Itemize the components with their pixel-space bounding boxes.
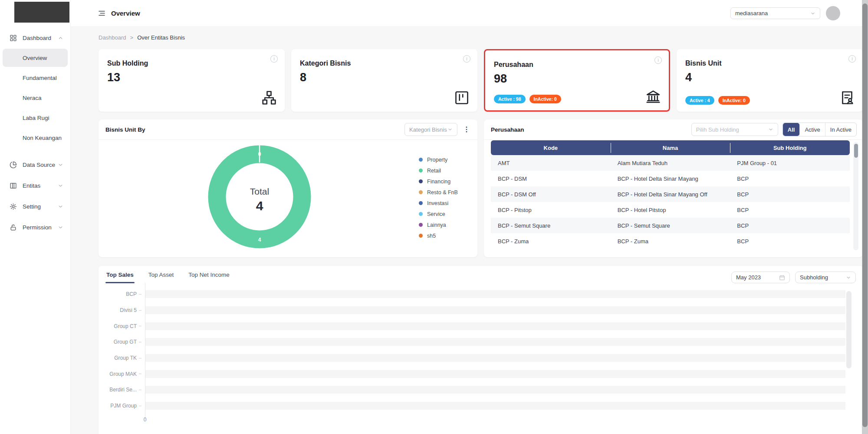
filter-active-button[interactable]: Active: [799, 123, 825, 136]
bar-track: [145, 338, 845, 346]
donut-chart: 0 4 Total 4: [203, 140, 316, 253]
page-title: Overview: [111, 10, 140, 17]
sidebar-item-data-source[interactable]: Data Source: [0, 156, 70, 173]
axis-tick: [137, 374, 145, 374]
chevron-down-icon: [810, 11, 815, 16]
sidebar-item-laba-rugi[interactable]: Laba Rugi: [3, 109, 68, 127]
donut-legend: PropertyRetailFinancingResto & FnBInvest…: [419, 154, 458, 241]
bar-track: [145, 386, 845, 394]
table-scrollbar[interactable]: [853, 142, 858, 250]
axis-tick: [137, 406, 145, 406]
donut-top-value-label: 0: [258, 151, 261, 157]
month-picker[interactable]: May 2023: [731, 272, 790, 283]
bisnis-unit-by-title: Bisnis Unit By: [105, 126, 145, 133]
page-scrollbar[interactable]: [862, 0, 868, 434]
legend-item-property[interactable]: Property: [419, 154, 458, 165]
table-row[interactable]: AMTAlam Mutiara TeduhPJM Group - 01: [491, 155, 850, 171]
stat-card-value: 13: [107, 71, 276, 84]
sidebar-item-label: Entitas: [23, 182, 40, 189]
table-row[interactable]: BCP - Semut SquareBCP - Semut SquareBCP: [491, 218, 850, 233]
perusahaan-table: KodeNamaSub Holding AMTAlam Mutiara Tedu…: [491, 140, 850, 249]
kebab-menu-icon[interactable]: ⋮: [462, 126, 471, 133]
org-select-value: mediasarana: [735, 10, 768, 17]
legend-item-retail[interactable]: Retail: [419, 165, 458, 176]
filter-all-button[interactable]: All: [783, 123, 800, 136]
legend-item-lainnya[interactable]: Lainnya: [419, 219, 458, 230]
donut-ring-segment[interactable]: [217, 154, 302, 239]
chevron-down-icon: [768, 127, 773, 132]
logo: [14, 2, 69, 23]
stat-card-value: 98: [494, 72, 660, 86]
sidebar-item-non-keuangan[interactable]: Non Keuangan: [3, 129, 68, 147]
subholding-select[interactable]: Subholding: [795, 272, 856, 283]
sidebar-item-label: Setting: [23, 203, 41, 210]
table-row[interactable]: BCP - DSM OffBCP - Hotel Delta Sinar May…: [491, 186, 850, 202]
pilih-sub-holding-select[interactable]: Pilih Sub Holding: [691, 123, 778, 136]
axis-tick: [137, 342, 145, 342]
perusahaan-title: Perusahaan: [491, 126, 524, 133]
tab-top-sales[interactable]: Top Sales: [106, 272, 134, 283]
legend-item-sh5[interactable]: sh5: [419, 230, 458, 241]
chevron-down-icon: [58, 162, 63, 168]
info-icon[interactable]: i: [463, 55, 470, 63]
stat-card-title: Kategori Bisnis: [300, 60, 469, 67]
table-cell: BCP: [730, 176, 850, 182]
stat-card-title: Sub Holding: [107, 60, 276, 67]
sidebar-item-overview[interactable]: Overview: [3, 49, 68, 67]
axis-tick: [137, 310, 145, 311]
kanban-icon: [454, 90, 470, 106]
chart-scrollbar[interactable]: [846, 291, 852, 368]
breadcrumb-current: Over Entitas Bisnis: [137, 34, 185, 41]
breadcrumb-parent[interactable]: Dashboard: [99, 34, 126, 41]
legend-dot: [419, 169, 423, 172]
stat-card-perusahaan[interactable]: Perusahaan98iActive : 98InActive: 0: [484, 49, 670, 112]
legend-item-investasi[interactable]: Investasi: [419, 198, 458, 209]
chevron-down-icon: [58, 183, 63, 189]
gear-icon: [10, 203, 17, 210]
top-metrics-card: Top SalesTop AssetTop Net Income May 202…: [99, 266, 863, 434]
org-select[interactable]: mediasarana: [730, 7, 820, 19]
legend-dot: [419, 223, 423, 227]
table-scrollbar-thumb[interactable]: [854, 144, 858, 158]
info-icon[interactable]: i: [270, 55, 278, 63]
perusahaan-header: Perusahaan Pilih Sub Holding AllActiveIn…: [484, 119, 863, 140]
sidebar-item-dashboard[interactable]: Dashboard: [0, 30, 70, 46]
table-row[interactable]: BCP - PitstopBCP - Hotel PitstopBCP: [491, 202, 850, 218]
sidebar-item-setting[interactable]: Setting: [0, 198, 70, 215]
legend-item-resto-fnb[interactable]: Resto & FnB: [419, 187, 458, 198]
bank-icon: [645, 89, 661, 104]
table-cell: BCP - Hotel Pitstop: [611, 207, 730, 213]
bar-category-label: Group CT: [106, 323, 137, 329]
bar-track: [145, 290, 845, 298]
info-icon[interactable]: i: [848, 55, 856, 63]
sidebar-item-neraca[interactable]: Neraca: [3, 89, 68, 107]
kategori-bisnis-select[interactable]: Kategori Bisnis: [404, 123, 457, 136]
bar-category-label: Berdiri Se...: [106, 387, 137, 393]
top-sales-bar-chart: BCPDivisi 5Group CTGroup GTGroup TKGroup…: [106, 286, 845, 414]
table-cell: BCP - Hotel Delta Sinar Mayang: [611, 176, 730, 182]
table-cell: BCP - Zuma: [611, 238, 730, 245]
sidebar-item-fundamental[interactable]: Fundamental: [3, 69, 68, 87]
table-row[interactable]: BCP - ZumaBCP - ZumaBCP: [491, 233, 850, 249]
menu-toggle-icon[interactable]: [98, 9, 106, 17]
page-scrollbar-thumb[interactable]: [862, 3, 868, 427]
info-icon[interactable]: i: [654, 56, 662, 64]
tab-top-net-income[interactable]: Top Net Income: [188, 272, 230, 283]
bar-row-group-gt: Group GT: [106, 334, 845, 350]
stat-card-kategori-bisnis[interactable]: Kategori Bisnis8i: [291, 49, 477, 112]
table-cell: BCP: [730, 222, 850, 229]
tab-top-asset[interactable]: Top Asset: [148, 272, 174, 283]
stat-card-bisnis-unit[interactable]: Bisnis Unit4iActive : 4InActive: 0: [677, 49, 863, 112]
table-column-header-nama: Nama: [611, 145, 730, 151]
bar-category-label: Group GT: [106, 339, 137, 345]
dashboard-page: DashboardOverviewFundamentalNeracaLaba R…: [0, 0, 868, 434]
document-user-icon: [839, 90, 855, 106]
filter-in-active-button[interactable]: In Active: [825, 123, 856, 136]
legend-item-service[interactable]: Service: [419, 209, 458, 219]
table-row[interactable]: BCP - DSMBCP - Hotel Delta Sinar MayangB…: [491, 171, 850, 186]
stat-card-sub-holding[interactable]: Sub Holding13i: [99, 49, 285, 112]
sidebar-item-permission[interactable]: Permission: [0, 219, 70, 235]
avatar[interactable]: [826, 6, 840, 20]
sidebar-item-entitas[interactable]: Entitas: [0, 177, 70, 194]
legend-item-financing[interactable]: Financing: [419, 176, 458, 187]
